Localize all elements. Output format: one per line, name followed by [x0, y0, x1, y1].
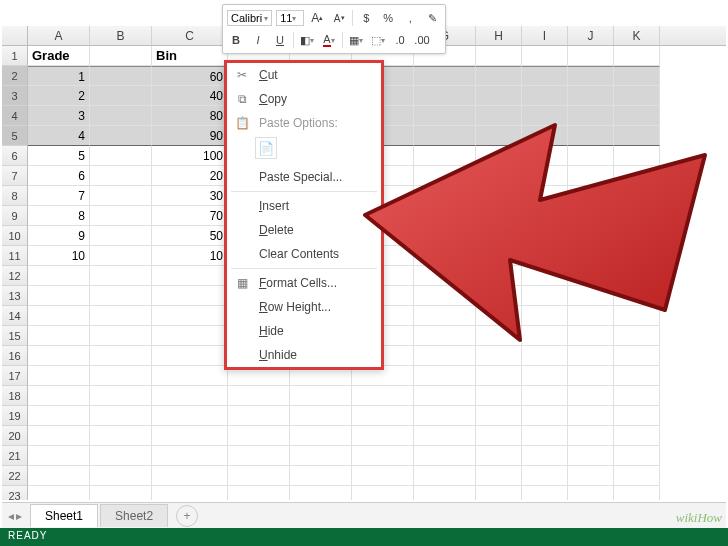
- cell[interactable]: [522, 386, 568, 406]
- cell[interactable]: [90, 406, 152, 426]
- cell[interactable]: [568, 326, 614, 346]
- cell[interactable]: [522, 46, 568, 66]
- cell[interactable]: [414, 226, 476, 246]
- cell[interactable]: [476, 446, 522, 466]
- cell[interactable]: [476, 286, 522, 306]
- cell[interactable]: [28, 306, 90, 326]
- cell[interactable]: [568, 386, 614, 406]
- cell[interactable]: [152, 406, 228, 426]
- cell[interactable]: [152, 306, 228, 326]
- cell[interactable]: [522, 66, 568, 86]
- cell[interactable]: [522, 126, 568, 146]
- cell[interactable]: [614, 326, 660, 346]
- cell[interactable]: [414, 66, 476, 86]
- cell[interactable]: [614, 46, 660, 66]
- cell[interactable]: 3: [28, 106, 90, 126]
- cell[interactable]: [90, 466, 152, 486]
- cell[interactable]: [568, 306, 614, 326]
- format-painter-icon[interactable]: ✎: [423, 9, 441, 27]
- cell[interactable]: [522, 326, 568, 346]
- cell[interactable]: [414, 386, 476, 406]
- row-header[interactable]: 18: [2, 386, 28, 406]
- cell[interactable]: [476, 126, 522, 146]
- cell[interactable]: [476, 466, 522, 486]
- cell[interactable]: [614, 286, 660, 306]
- row-header[interactable]: 20: [2, 426, 28, 446]
- cell[interactable]: [522, 206, 568, 226]
- paste-default-icon[interactable]: 📄: [255, 137, 277, 159]
- row-header[interactable]: 22: [2, 466, 28, 486]
- cell[interactable]: [614, 426, 660, 446]
- sheet-tab[interactable]: Sheet2: [100, 504, 168, 527]
- cell[interactable]: [352, 406, 414, 426]
- col-header-C[interactable]: C: [152, 26, 228, 45]
- cell[interactable]: 40: [152, 86, 228, 106]
- cell[interactable]: [228, 406, 290, 426]
- cell[interactable]: [28, 266, 90, 286]
- cell[interactable]: [522, 146, 568, 166]
- cell[interactable]: [614, 166, 660, 186]
- cell[interactable]: [568, 346, 614, 366]
- italic-button[interactable]: I: [249, 31, 267, 49]
- cell[interactable]: [28, 346, 90, 366]
- cell[interactable]: [522, 266, 568, 286]
- cell[interactable]: [90, 46, 152, 66]
- cell[interactable]: 2: [28, 86, 90, 106]
- cell[interactable]: 10: [152, 246, 228, 266]
- context-format-cells[interactable]: ▦ Format Cells...: [227, 271, 381, 295]
- context-clear-contents[interactable]: Clear Contents: [227, 242, 381, 266]
- cell[interactable]: [28, 366, 90, 386]
- cell[interactable]: [414, 446, 476, 466]
- cell[interactable]: 90: [152, 126, 228, 146]
- cell[interactable]: [476, 146, 522, 166]
- cell[interactable]: [152, 446, 228, 466]
- cell[interactable]: [90, 366, 152, 386]
- cell[interactable]: [614, 186, 660, 206]
- cell[interactable]: [568, 186, 614, 206]
- cell[interactable]: [522, 106, 568, 126]
- cell[interactable]: [90, 346, 152, 366]
- cell[interactable]: 50: [152, 226, 228, 246]
- row-header[interactable]: 23: [2, 486, 28, 500]
- cell[interactable]: [28, 486, 90, 500]
- cell[interactable]: [568, 406, 614, 426]
- cell[interactable]: [614, 446, 660, 466]
- cell[interactable]: [614, 486, 660, 500]
- row-header[interactable]: 10: [2, 226, 28, 246]
- decimal-inc-icon[interactable]: .0: [391, 31, 409, 49]
- cell[interactable]: [152, 286, 228, 306]
- cell[interactable]: [522, 486, 568, 500]
- cell[interactable]: [614, 306, 660, 326]
- cell[interactable]: [90, 106, 152, 126]
- cell[interactable]: [228, 446, 290, 466]
- cell[interactable]: [352, 486, 414, 500]
- currency-icon[interactable]: $: [357, 9, 375, 27]
- context-row-height[interactable]: Row Height...: [227, 295, 381, 319]
- cell[interactable]: [568, 226, 614, 246]
- cell[interactable]: [152, 466, 228, 486]
- comma-icon[interactable]: ,: [401, 9, 419, 27]
- col-header-J[interactable]: J: [568, 26, 614, 45]
- cell[interactable]: [414, 266, 476, 286]
- border-icon[interactable]: ▦▾: [347, 31, 365, 49]
- cell[interactable]: [614, 366, 660, 386]
- cell[interactable]: [228, 466, 290, 486]
- cell[interactable]: [476, 166, 522, 186]
- cell[interactable]: [352, 426, 414, 446]
- cell[interactable]: [352, 446, 414, 466]
- cell[interactable]: [568, 86, 614, 106]
- cell[interactable]: [228, 486, 290, 500]
- cell[interactable]: [414, 466, 476, 486]
- cell[interactable]: [90, 186, 152, 206]
- cell[interactable]: [568, 206, 614, 226]
- cell[interactable]: [476, 266, 522, 286]
- cell[interactable]: [414, 126, 476, 146]
- cell[interactable]: 9: [28, 226, 90, 246]
- fill-color-icon[interactable]: ◧▾: [298, 31, 316, 49]
- cell[interactable]: [568, 246, 614, 266]
- cell[interactable]: [522, 286, 568, 306]
- cell[interactable]: [90, 206, 152, 226]
- cell[interactable]: [614, 386, 660, 406]
- row-header[interactable]: 13: [2, 286, 28, 306]
- cell[interactable]: [522, 86, 568, 106]
